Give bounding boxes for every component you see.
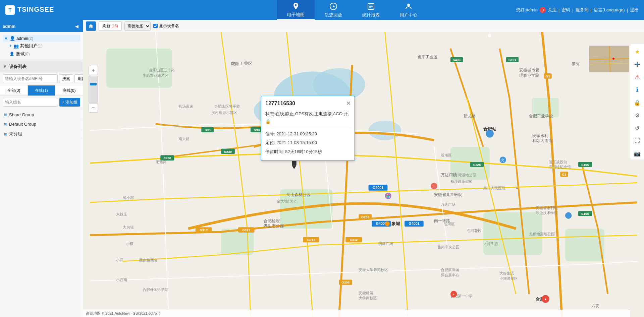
lock-button[interactable]: 🔒 <box>631 97 643 109</box>
nav-label-map: 电子地图 <box>287 12 305 18</box>
svg-text:G3: G3 <box>546 74 550 78</box>
group-input-row: + 添加组 <box>0 96 83 109</box>
group-item-share[interactable]: ⊞ Share Group <box>0 110 83 120</box>
group-item-unassigned[interactable]: ⊞ 未分组 <box>0 129 83 139</box>
search-button[interactable]: 搜索 <box>59 74 73 83</box>
link-service[interactable]: 服务商 <box>576 7 589 13</box>
map-background[interactable]: G4001 G4001 G4001 G4001 G4001 G312 G312 … <box>83 32 644 317</box>
fullscreen-button[interactable]: ⛶ <box>631 135 643 147</box>
svg-text:南大路: 南大路 <box>178 137 190 141</box>
svg-rect-140 <box>634 64 637 65</box>
settings-button[interactable]: ⚙ <box>631 109 643 121</box>
map-type-select[interactable]: 高德地图 卫星地图 百度地图 <box>124 21 151 31</box>
link-password[interactable]: 密码 <box>561 7 570 13</box>
svg-point-7 <box>407 4 410 6</box>
group-name-input[interactable] <box>3 98 58 107</box>
sidebar-collapse-button[interactable]: ◀ <box>73 23 80 29</box>
tree-test-count: (0) <box>25 52 30 56</box>
popup-status-row: 状态:在线,静止,GPS有效,主电连接,ACC:开, 🔒 <box>265 110 351 126</box>
map-nav-icon <box>291 2 300 10</box>
group-item-default[interactable]: ⊞ Default Group <box>0 120 83 129</box>
map-popup: 1277116530 ✕ 状态:在线,静止,GPS有效,主电连接,ACC:开, … <box>261 96 355 161</box>
svg-rect-142 <box>637 62 638 64</box>
svg-point-144 <box>636 64 638 65</box>
device-list-header: ▼ 设备列表 <box>0 61 83 72</box>
map-container[interactable]: 刷新 (16) 高德地图 卫星地图 百度地图 显示设备名 <box>83 20 644 317</box>
svg-text:+: + <box>433 184 435 188</box>
svg-text:大学南校区: 大学南校区 <box>359 296 377 300</box>
popup-content: 状态:在线,静止,GPS有效,主电连接,ACC:开, 🔒 信号: 2021-12… <box>265 110 351 155</box>
tree-item-admin[interactable]: ▼ 👤 admin (2) <box>3 35 80 42</box>
svg-text:G312: G312 <box>307 238 315 242</box>
zoom-in-button[interactable]: + <box>89 66 98 75</box>
svg-text:第二人民医院: 第二人民医院 <box>483 186 505 190</box>
svg-text:骆岗中央公园: 骆岗中央公园 <box>437 245 460 249</box>
camera-button[interactable]: 📷 <box>631 147 643 160</box>
add-group-button[interactable]: + 添加组 <box>59 98 80 107</box>
svg-text:瑶海区: 瑶海区 <box>441 153 452 157</box>
link-follow[interactable]: 关注 <box>548 7 556 13</box>
section-toggle[interactable]: ▼ <box>3 64 7 69</box>
user-tree: ▼ 👤 admin (2) + 👥 其他用户 (1) 👤 测试 (0) <box>0 32 83 61</box>
report-nav-icon <box>367 2 375 11</box>
zoom-out-button[interactable]: − <box>89 103 98 113</box>
satellite-button[interactable] <box>631 58 643 70</box>
info-button[interactable]: ℹ <box>631 84 643 96</box>
link-logout[interactable]: 退出 <box>630 7 639 13</box>
svg-text:瀘江战役前: 瀘江战役前 <box>549 160 567 164</box>
notification-badge[interactable]: 0 <box>540 7 546 13</box>
svg-point-123 <box>486 130 493 137</box>
show-name-checkbox-label[interactable]: 显示设备名 <box>153 23 179 29</box>
svg-text:理职业学院: 理职业学院 <box>519 73 539 77</box>
history-button[interactable]: ↺ <box>631 122 643 134</box>
user-nav-icon <box>404 2 413 11</box>
svg-text:S105: S105 <box>581 212 589 215</box>
svg-text:虎阳工业区: 虎阳工业区 <box>231 61 253 66</box>
zoom-slider[interactable] <box>89 76 98 103</box>
map-bottom-bar: 高德地图 © 2021 AutoNavi · GS(2021)6375号 <box>83 310 630 317</box>
nav-item-user[interactable]: 用户中心 <box>390 0 427 20</box>
tree-admin-label: admin <box>16 36 28 41</box>
refresh-map-button[interactable]: 刷新 (16) <box>99 21 122 31</box>
other-users-icon: 👥 <box>13 44 19 49</box>
svg-text:职业技术学院: 职业技术学院 <box>536 211 558 215</box>
svg-text:G312: G312 <box>200 228 208 232</box>
svg-text:+: + <box>453 293 455 296</box>
location-time: 2021-11-08 15:15:00 <box>276 140 317 145</box>
device-search-input[interactable] <box>3 74 58 83</box>
tree-test-label: 测试 <box>16 51 25 57</box>
header-right: 您好:admin 0 关注 | 密码 | 服务商 | 语言(Language) … <box>516 0 639 20</box>
svg-text:合肥滨湖国: 合肥滨湖国 <box>441 268 459 272</box>
show-name-checkbox[interactable] <box>153 24 158 28</box>
svg-text:龙栖地湿地公园: 龙栖地湿地公园 <box>529 232 555 236</box>
mini-map-svg <box>589 46 629 72</box>
tab-online[interactable]: 在线(1) <box>28 85 56 96</box>
tree-item-test[interactable]: 👤 测试 (0) <box>8 50 80 58</box>
signal-time: 2021-12-31 09:25:29 <box>276 131 317 136</box>
refresh-button[interactable]: 刷新 <box>74 74 83 83</box>
filter-tabs: 全部(0) 在线(1) 商线(0) <box>0 85 83 96</box>
nav-item-map[interactable]: 电子地图 <box>277 0 315 20</box>
svg-text:和颐大酒店: 和颐大酒店 <box>532 138 552 143</box>
svg-text:蜀山森林公园: 蜀山森林公园 <box>286 192 311 197</box>
svg-text:S93: S93 <box>254 128 260 132</box>
nav-item-playback[interactable]: 轨迹回放 <box>315 0 352 20</box>
svg-text:包河花园: 包河花园 <box>467 229 482 233</box>
sidebar-admin-title: admin <box>3 24 15 29</box>
group-share-label: Share Group <box>9 112 34 117</box>
section-title: 设备列表 <box>9 64 26 70</box>
star-button[interactable]: ★ <box>631 46 643 58</box>
mini-map[interactable] <box>589 46 629 72</box>
popup-location-row: 定位: 2021-11-08 15:15:00 <box>265 139 351 146</box>
tab-all[interactable]: 全部(0) <box>0 85 28 96</box>
popup-close-button[interactable]: ✕ <box>346 100 351 107</box>
nav-item-report[interactable]: 统计报表 <box>352 0 390 20</box>
home-button[interactable] <box>86 21 96 31</box>
group-unassigned-label: 未分组 <box>9 131 22 137</box>
stay-label: 停留时间: <box>265 149 284 154</box>
tree-item-other-users[interactable]: + 👥 其他用户 (1) <box>8 42 80 50</box>
svg-text:合肥外国语学院: 合肥外国语学院 <box>143 288 168 292</box>
link-language[interactable]: 语言(Language) <box>594 7 625 13</box>
alert-button[interactable]: ⚠ <box>631 71 643 83</box>
tab-offline[interactable]: 商线(0) <box>55 85 83 96</box>
